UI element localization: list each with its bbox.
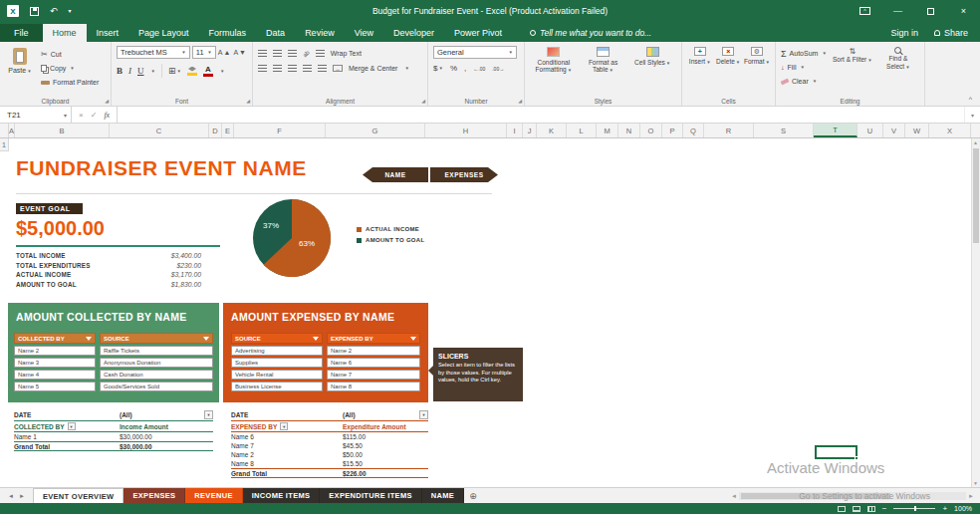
slicer-item[interactable]: Name 4 (14, 370, 96, 380)
wrap-text-button[interactable]: Wrap Text (331, 50, 362, 57)
scroll-left-icon[interactable]: ◄ (731, 493, 737, 499)
name-box-dropdown-icon[interactable]: ▾ (64, 112, 67, 119)
slicer-header[interactable]: COLLECTED BY (14, 333, 96, 344)
clear-button[interactable]: Clear▼ (781, 75, 827, 88)
column-header-H[interactable]: H (425, 124, 507, 137)
slicer-item[interactable]: Raffle Tickets (100, 346, 213, 356)
font-name-select[interactable]: Trebuchet MS▼ (117, 46, 190, 59)
cell-styles-button[interactable]: Cell Styles▼ (628, 46, 676, 93)
zoom-slider-thumb[interactable] (914, 506, 916, 511)
sort-filter-button[interactable]: ⇅ Sort & Filter▼ (833, 46, 872, 93)
expenses-nav-button[interactable]: EXPENSES (430, 167, 498, 182)
slicer-item[interactable]: Name 6 (327, 358, 420, 368)
row-header-1[interactable]: 1 (0, 138, 9, 151)
sheet-tab-income-items[interactable]: INCOME ITEMS (243, 488, 321, 503)
italic-button[interactable]: I (128, 66, 131, 76)
paste-button[interactable]: Paste▼ (5, 46, 35, 93)
column-header-W[interactable]: W (905, 124, 929, 137)
column-header-B[interactable]: B (15, 124, 110, 137)
minimize-button[interactable]: — (881, 0, 914, 22)
zoom-slider[interactable] (893, 508, 935, 509)
clear-filter-icon[interactable] (86, 337, 92, 341)
slicer-header[interactable]: SOURCE (100, 333, 213, 344)
autosum-button[interactable]: ΣAutoSum▼ (781, 47, 827, 60)
underline-dropdown-icon[interactable]: ▼ (151, 69, 155, 74)
filter-dropdown-icon[interactable]: ▼ (68, 422, 76, 430)
column-header-G[interactable]: G (326, 124, 425, 137)
select-all-corner[interactable] (0, 124, 9, 137)
scroll-right-icon[interactable]: ► (968, 493, 974, 499)
find-select-button[interactable]: Find & Select▼ (878, 46, 918, 93)
align-center-icon[interactable] (273, 65, 282, 72)
column-header-N[interactable]: N (618, 124, 640, 137)
ribbon-tab-file[interactable]: File (0, 24, 43, 42)
new-sheet-button[interactable]: ⊕ (464, 488, 482, 503)
slicer-header[interactable]: SOURCE (231, 333, 323, 344)
slicer-item[interactable]: Cash Donation (100, 370, 213, 380)
sheet-nav-right-icon[interactable]: ► (19, 493, 25, 499)
insert-cells-button[interactable]: + Insert▼ (687, 46, 712, 93)
column-header-V[interactable]: V (883, 124, 905, 137)
zoom-in-icon[interactable]: + (942, 505, 947, 513)
collapse-ribbon-icon[interactable]: ^ (969, 96, 972, 103)
decrease-decimal-icon[interactable]: .00→ (492, 66, 504, 72)
slicer-item[interactable]: Name 7 (327, 370, 420, 380)
slicer-item[interactable]: Name 5 (14, 382, 96, 391)
close-button[interactable]: × (947, 0, 980, 22)
column-header-D[interactable]: D (209, 124, 222, 137)
orientation-icon[interactable]: ab (302, 49, 311, 58)
filter-dropdown-icon[interactable]: ▼ (419, 410, 428, 419)
clear-filter-icon[interactable] (313, 337, 319, 341)
ribbon-tab-insert[interactable]: Insert (87, 24, 129, 42)
slicer-header[interactable]: EXPENSED BY (327, 333, 420, 344)
scroll-down-icon[interactable]: ▼ (973, 480, 978, 486)
alignment-dialog-launcher[interactable]: ◢ (421, 98, 425, 104)
number-format-select[interactable]: General▼ (433, 46, 517, 59)
increase-indent-icon[interactable] (318, 65, 327, 72)
column-header-O[interactable]: O (640, 124, 662, 137)
slicer-item[interactable]: Name 3 (14, 358, 96, 368)
column-header-T[interactable]: T (814, 124, 858, 137)
insert-function-icon[interactable]: fx (104, 111, 110, 120)
column-header-F[interactable]: F (234, 124, 326, 137)
percent-style-button[interactable]: % (450, 64, 457, 73)
clipboard-dialog-launcher[interactable]: ◢ (105, 98, 109, 104)
slicer-item[interactable]: Advertising (231, 346, 323, 356)
align-bottom-icon[interactable] (288, 50, 297, 57)
format-painter-button[interactable]: Format Painter (41, 76, 99, 89)
borders-button[interactable]: ⊞▼ (168, 66, 181, 76)
font-size-select[interactable]: 11▼ (192, 46, 216, 59)
sheet-tab-expenditure-items[interactable]: EXPENDITURE ITEMS (320, 488, 421, 503)
vertical-scroll-thumb[interactable] (973, 148, 979, 243)
underline-button[interactable]: U (137, 66, 144, 76)
scroll-up-icon[interactable]: ▲ (973, 139, 978, 145)
zoom-level[interactable]: 100% (954, 505, 972, 512)
sheet-tab-name[interactable]: NAME (422, 488, 464, 503)
merge-center-button[interactable]: Merge & Center (349, 65, 397, 72)
sign-in-link[interactable]: Sign in (890, 28, 918, 38)
page-layout-view-icon[interactable] (853, 506, 860, 512)
accounting-format-button[interactable]: $▼ (433, 64, 443, 73)
column-header-P[interactable]: P (662, 124, 683, 137)
slicer-item[interactable]: Business License (231, 382, 323, 391)
selected-cell-T21[interactable] (815, 445, 858, 459)
clear-filter-icon[interactable] (410, 337, 416, 341)
restore-button[interactable] (914, 0, 947, 22)
format-as-table-button[interactable]: Format as Table▼ (580, 46, 627, 93)
font-color-button[interactable]: A (203, 66, 213, 77)
sheet-tab-expenses[interactable]: EXPENSES (123, 488, 185, 503)
column-header-J[interactable]: J (523, 124, 537, 137)
quick-access-dropdown-icon[interactable]: ▾ (69, 8, 72, 14)
formula-input[interactable] (118, 107, 964, 123)
column-header-E[interactable]: E (222, 124, 234, 137)
sheet-tab-event-overview[interactable]: EVENT OVERVIEW (33, 488, 124, 503)
filter-dropdown-icon[interactable]: ▼ (280, 422, 288, 430)
ribbon-tab-formulas[interactable]: Formulas (199, 24, 257, 42)
slicer-item[interactable]: Goods/Services Sold (100, 382, 213, 391)
comma-style-button[interactable]: , (464, 64, 466, 73)
decrease-indent-icon[interactable] (303, 65, 312, 72)
shrink-font-icon[interactable]: A▼ (233, 49, 247, 56)
save-icon[interactable] (30, 7, 39, 16)
cancel-icon[interactable]: × (79, 111, 84, 120)
column-header-S[interactable]: S (754, 124, 814, 137)
